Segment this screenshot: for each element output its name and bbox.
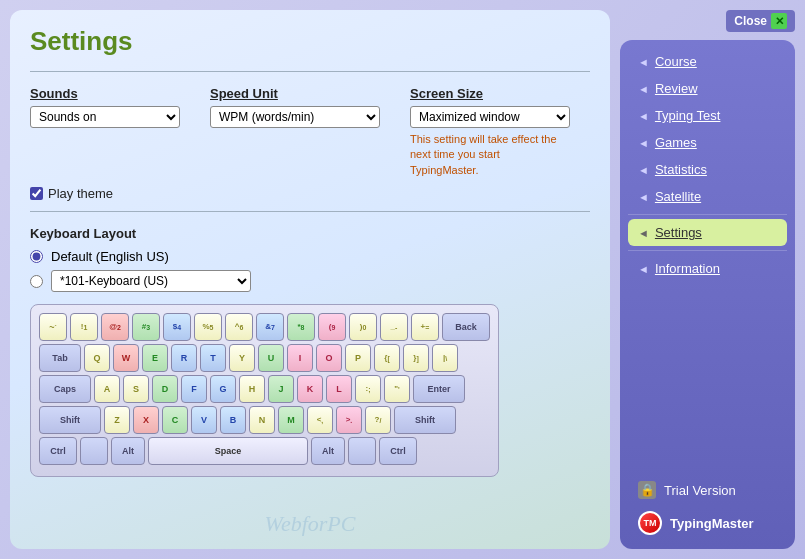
key-period: >. <box>336 406 362 434</box>
key-5: %5 <box>194 313 222 341</box>
key-row-numbers: ~` !1 @2 #3 $4 %5 ^6 &7 *8 (9 )0 _- += B… <box>39 313 490 341</box>
key-tilde: ~` <box>39 313 67 341</box>
key-backslash: |\ <box>432 344 458 372</box>
key-7: &7 <box>256 313 284 341</box>
layout-options: Default (English US) *101-Keyboard (US) <box>30 249 251 292</box>
nav-arrow-settings: ◄ <box>638 227 649 239</box>
trial-section: 🔒 Trial Version <box>628 475 787 505</box>
speed-unit-label: Speed Unit <box>210 86 380 101</box>
key-2: @2 <box>101 313 129 341</box>
nav-arrow-information: ◄ <box>638 263 649 275</box>
nav-arrow-games: ◄ <box>638 137 649 149</box>
key-r: R <box>171 344 197 372</box>
key-x: X <box>133 406 159 434</box>
key-row-zxcv: Shift Z X C V B N M <, >. ?/ Shift <box>39 406 490 434</box>
key-alt-left: Alt <box>111 437 145 465</box>
key-minus: _- <box>380 313 408 341</box>
divider-top <box>30 71 590 72</box>
sidebar-item-satellite[interactable]: ◄ Satellite <box>628 183 787 210</box>
key-t: T <box>200 344 226 372</box>
key-u: U <box>258 344 284 372</box>
sounds-group: Sounds Sounds off Sounds on Sounds loud <box>30 86 180 128</box>
keyboard-layout-left: Keyboard Layout Default (English US) *10… <box>30 226 251 304</box>
key-slash: ?/ <box>365 406 391 434</box>
key-quote: "' <box>384 375 410 403</box>
nav-arrow-review: ◄ <box>638 83 649 95</box>
key-row-bottom: Ctrl Alt Space Alt Ctrl <box>39 437 490 465</box>
sidebar-item-typing-test[interactable]: ◄ Typing Test <box>628 102 787 129</box>
sidebar-item-statistics[interactable]: ◄ Statistics <box>628 156 787 183</box>
nav-label-typing-test: Typing Test <box>655 108 721 123</box>
typing-master-label: TypingMaster <box>670 516 754 531</box>
layout-default-label: Default (English US) <box>51 249 169 264</box>
key-comma: <, <box>307 406 333 434</box>
key-6: ^6 <box>225 313 253 341</box>
layout-custom-select[interactable]: *101-Keyboard (US) <box>51 270 251 292</box>
sidebar-item-games[interactable]: ◄ Games <box>628 129 787 156</box>
key-d: D <box>152 375 178 403</box>
sidebar-top: Close ✕ <box>620 10 795 32</box>
sounds-label: Sounds <box>30 86 180 101</box>
nav-label-course: Course <box>655 54 697 69</box>
key-equals: += <box>411 313 439 341</box>
key-8: *8 <box>287 313 315 341</box>
key-c: C <box>162 406 188 434</box>
key-4: $4 <box>163 313 191 341</box>
key-tab: Tab <box>39 344 81 372</box>
key-w: W <box>113 344 139 372</box>
nav-label-review: Review <box>655 81 698 96</box>
key-rbracket: }] <box>403 344 429 372</box>
key-0: )0 <box>349 313 377 341</box>
nav-label-information: Information <box>655 261 720 276</box>
sidebar-item-review[interactable]: ◄ Review <box>628 75 787 102</box>
key-n: N <box>249 406 275 434</box>
key-caps: Caps <box>39 375 91 403</box>
key-g: G <box>210 375 236 403</box>
key-i: I <box>287 344 313 372</box>
play-theme-label: Play theme <box>48 186 113 201</box>
main-panel: Settings Sounds Sounds off Sounds on Sou… <box>10 10 610 549</box>
nav-label-settings: Settings <box>655 225 702 240</box>
sidebar-divider-2 <box>628 250 787 251</box>
key-shift-left: Shift <box>39 406 101 434</box>
keyboard-visual: ~` !1 @2 #3 $4 %5 ^6 &7 *8 (9 )0 _- += B… <box>30 304 499 477</box>
key-l: L <box>326 375 352 403</box>
key-3: #3 <box>132 313 160 341</box>
key-m: M <box>278 406 304 434</box>
play-theme-checkbox[interactable] <box>30 187 43 200</box>
sidebar-item-settings[interactable]: ◄ Settings <box>628 219 787 246</box>
key-9: (9 <box>318 313 346 341</box>
nav-label-games: Games <box>655 135 697 150</box>
layout-default-radio[interactable] <box>30 250 43 263</box>
nav-label-statistics: Statistics <box>655 162 707 177</box>
sidebar-item-course[interactable]: ◄ Course <box>628 48 787 75</box>
play-theme-row: Play theme <box>30 186 590 201</box>
sidebar-divider <box>628 214 787 215</box>
divider-mid <box>30 211 590 212</box>
key-v: V <box>191 406 217 434</box>
close-x-icon: ✕ <box>771 13 787 29</box>
key-j: J <box>268 375 294 403</box>
key-y: Y <box>229 344 255 372</box>
key-p: P <box>345 344 371 372</box>
layout-custom-radio[interactable] <box>30 275 43 288</box>
sounds-select[interactable]: Sounds off Sounds on Sounds loud <box>30 106 180 128</box>
key-enter: Enter <box>413 375 465 403</box>
lock-icon: 🔒 <box>638 481 656 499</box>
key-h: H <box>239 375 265 403</box>
key-alt-right: Alt <box>311 437 345 465</box>
typing-master-section: TM TypingMaster <box>628 505 787 541</box>
screen-note: This setting will take effect the next t… <box>410 132 570 178</box>
key-e: E <box>142 344 168 372</box>
key-b: B <box>220 406 246 434</box>
key-z: Z <box>104 406 130 434</box>
screen-size-select[interactable]: Maximized window 800x600 1024x768 Full s… <box>410 106 570 128</box>
typing-master-logo: TM <box>638 511 662 535</box>
key-lbracket: {[ <box>374 344 400 372</box>
key-1: !1 <box>70 313 98 341</box>
page-title: Settings <box>30 26 590 57</box>
close-button[interactable]: Close ✕ <box>726 10 795 32</box>
speed-unit-select[interactable]: WPM (words/min) CPM (chars/min) KPH (key… <box>210 106 380 128</box>
key-space: Space <box>148 437 308 465</box>
sidebar-item-information[interactable]: ◄ Information <box>628 255 787 282</box>
